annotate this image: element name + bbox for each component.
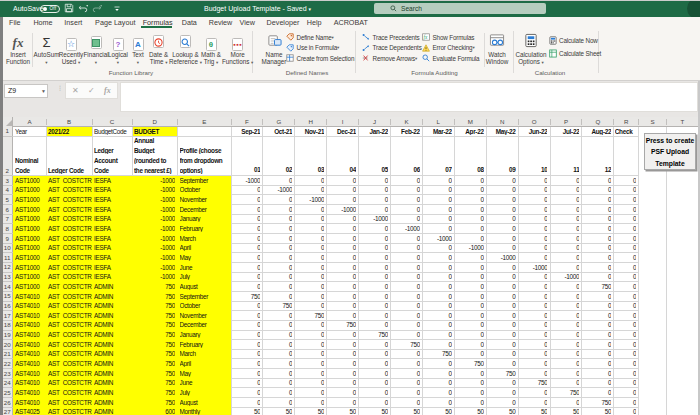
- cell-N22[interactable]: 0: [488, 360, 515, 367]
- cell-F6[interactable]: 0: [233, 206, 260, 213]
- cell-K24[interactable]: 0: [393, 379, 420, 386]
- cell-P7[interactable]: 0: [552, 215, 579, 222]
- cell-F9[interactable]: 0: [233, 235, 260, 242]
- cell-Q2[interactable]: 12: [582, 166, 611, 173]
- cell-N2[interactable]: 09: [486, 166, 515, 173]
- row-header-27[interactable]: 27: [3, 408, 13, 415]
- cell-K25[interactable]: 0: [393, 389, 420, 396]
- cell-B12[interactable]: AST_COSTCTR: [48, 264, 92, 271]
- cell-P15[interactable]: 0: [552, 293, 579, 300]
- cell-M1[interactable]: Apr-22: [454, 128, 483, 135]
- cell-D5[interactable]: -1000: [134, 196, 175, 203]
- name-box[interactable]: Z9 ▼: [4, 84, 48, 98]
- cell-Q6[interactable]: 0: [584, 206, 611, 213]
- cell-N5[interactable]: 0: [488, 196, 515, 203]
- cell-O3[interactable]: 0: [520, 177, 547, 184]
- cell-E12[interactable]: June: [180, 264, 232, 271]
- cell-J18[interactable]: 0: [361, 321, 388, 328]
- cell-I11[interactable]: 0: [329, 254, 356, 261]
- cell-D11[interactable]: -1000: [134, 254, 175, 261]
- cell-R18[interactable]: 0: [616, 321, 637, 328]
- cell-R21[interactable]: 0: [616, 350, 637, 357]
- cell-N10[interactable]: 0: [488, 244, 515, 251]
- cell-J11[interactable]: 0: [361, 254, 388, 261]
- cell-J17[interactable]: 0: [361, 312, 388, 319]
- column-header-O[interactable]: O: [518, 118, 550, 126]
- cell-H15[interactable]: 0: [297, 293, 324, 300]
- cell-Q16[interactable]: 0: [584, 302, 611, 309]
- cell-I13[interactable]: 0: [329, 273, 356, 280]
- cell-D10[interactable]: -1000: [134, 244, 175, 251]
- column-header-E[interactable]: E: [178, 118, 232, 126]
- cell-C10[interactable]: IESFA: [94, 244, 132, 251]
- cell-M7[interactable]: 0: [456, 215, 483, 222]
- cell-A19[interactable]: AST4010: [15, 331, 46, 338]
- cell-C21[interactable]: ADMIN: [94, 350, 132, 357]
- cell-A22[interactable]: AST4010: [15, 360, 46, 367]
- cell-M13[interactable]: 0: [456, 273, 483, 280]
- cell-M19[interactable]: 0: [456, 331, 483, 338]
- cell-L12[interactable]: 0: [424, 264, 451, 271]
- cell-M24[interactable]: 0: [456, 379, 483, 386]
- cell-P23[interactable]: 0: [552, 370, 579, 377]
- cell-R19[interactable]: 0: [616, 331, 637, 338]
- cell-O25[interactable]: 0: [520, 389, 547, 396]
- cell-F21[interactable]: 0: [233, 350, 260, 357]
- cell-D18[interactable]: 750: [134, 321, 175, 328]
- cell-G18[interactable]: 0: [265, 321, 292, 328]
- cell-N12[interactable]: 0: [488, 264, 515, 271]
- cell-Q25[interactable]: 0: [584, 389, 611, 396]
- cell-I17[interactable]: 0: [329, 312, 356, 319]
- cell-I15[interactable]: 0: [329, 293, 356, 300]
- ribbon-button-calculate-sheet[interactable]: Calculate Sheet: [549, 49, 602, 58]
- cell-I8[interactable]: 0: [329, 225, 356, 232]
- cell-L6[interactable]: 0: [424, 206, 451, 213]
- cell-E18[interactable]: December: [180, 321, 232, 328]
- cell-M26[interactable]: 0: [456, 399, 483, 406]
- cell-H13[interactable]: 0: [297, 273, 324, 280]
- cell-F11[interactable]: 0: [233, 254, 260, 261]
- cell-F23[interactable]: 0: [233, 370, 260, 377]
- tab-data[interactable]: Data: [182, 17, 197, 28]
- cell-R12[interactable]: 0: [616, 264, 637, 271]
- cell-P5[interactable]: 0: [552, 196, 579, 203]
- cell-F16[interactable]: 0: [233, 302, 260, 309]
- cell-I9[interactable]: 0: [329, 235, 356, 242]
- cell-N20[interactable]: 0: [488, 341, 515, 348]
- row-header-9[interactable]: 9: [3, 235, 13, 243]
- cell-E23[interactable]: May: [180, 370, 232, 377]
- cell-R9[interactable]: 0: [616, 235, 637, 242]
- row-header-23[interactable]: 23: [3, 370, 13, 378]
- cell-I4[interactable]: 0: [329, 186, 356, 193]
- cell-E7[interactable]: January: [180, 215, 232, 222]
- cell-L13[interactable]: 0: [424, 273, 451, 280]
- cell-J15[interactable]: 0: [361, 293, 388, 300]
- cell-N7[interactable]: 0: [488, 215, 515, 222]
- tab-page-layout[interactable]: Page Layout: [95, 17, 135, 28]
- cell-F19[interactable]: 0: [233, 331, 260, 338]
- cell-R1[interactable]: Check: [615, 128, 639, 135]
- cell-N21[interactable]: 0: [488, 350, 515, 357]
- cell-D17[interactable]: 750: [134, 312, 175, 319]
- cell-M3[interactable]: 0: [456, 177, 483, 184]
- cell-K8[interactable]: -1000: [393, 225, 420, 232]
- cell-D2-line[interactable]: (rounded to: [134, 157, 177, 164]
- cell-L4[interactable]: 0: [424, 186, 451, 193]
- cell-D9[interactable]: -1000: [134, 235, 175, 242]
- cell-J26[interactable]: 0: [361, 399, 388, 406]
- cell-H9[interactable]: 0: [297, 235, 324, 242]
- row-header-5[interactable]: 5: [3, 196, 13, 204]
- cell-M14[interactable]: 0: [456, 283, 483, 290]
- cell-B18[interactable]: AST_COSTCTR: [48, 321, 92, 328]
- cell-O18[interactable]: 0: [520, 321, 547, 328]
- row-header-2[interactable]: 2: [3, 167, 13, 175]
- cell-P3[interactable]: 0: [552, 177, 579, 184]
- cell-Q21[interactable]: 0: [584, 350, 611, 357]
- cell-A16[interactable]: AST4010: [15, 302, 46, 309]
- cell-R17[interactable]: 0: [616, 312, 637, 319]
- search-box[interactable]: Search: [374, 3, 546, 14]
- cell-C2-line[interactable]: Account: [94, 157, 131, 164]
- cell-R14[interactable]: 0: [616, 283, 637, 290]
- cell-Q27[interactable]: 50: [584, 408, 611, 415]
- cell-G13[interactable]: 0: [265, 273, 292, 280]
